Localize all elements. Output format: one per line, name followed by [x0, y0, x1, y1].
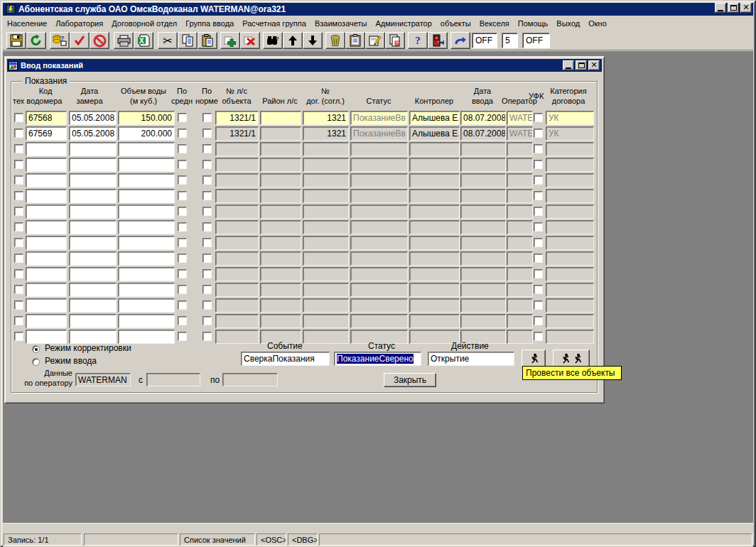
- row-5-cell-ls[interactable]: [215, 173, 259, 188]
- scroll-down-button[interactable]: [303, 32, 323, 49]
- row-1-cell-status[interactable]: ПоказаниеВв: [350, 111, 408, 125]
- event-field[interactable]: СверкаПоказания: [241, 352, 330, 366]
- row-10-cell-kod[interactable]: [26, 251, 67, 266]
- row-2-cell-kontroler[interactable]: Алышева Е.: [409, 126, 460, 141]
- row-10-cell-kontroler[interactable]: [409, 251, 460, 266]
- row-3-cell-rayon[interactable]: [260, 142, 301, 156]
- row-15-cell-ls[interactable]: [215, 330, 259, 344]
- row-8-checkbox-norme[interactable]: [202, 222, 212, 232]
- row-2-checkbox-sredn[interactable]: [178, 129, 187, 138]
- row-11-cell-ls[interactable]: [215, 267, 259, 281]
- row-15-cell-kategoria[interactable]: [546, 330, 594, 344]
- row-10-cell-obyem[interactable]: [118, 251, 175, 266]
- row-12-cell-operator[interactable]: [507, 283, 533, 297]
- row-14-cell-vvod[interactable]: [460, 314, 506, 328]
- row-8-checkbox-ufk[interactable]: [534, 222, 543, 232]
- row-8-checkbox-sredn[interactable]: [178, 222, 187, 232]
- row-11-cell-kategoria[interactable]: [546, 267, 594, 281]
- row-12-checkbox-sel[interactable]: [14, 285, 23, 294]
- row-3-cell-kategoria[interactable]: [546, 142, 594, 156]
- row-14-cell-rayon[interactable]: [260, 314, 301, 328]
- row-7-checkbox-sel[interactable]: [14, 207, 23, 216]
- row-7-checkbox-norme[interactable]: [202, 207, 212, 216]
- row-15-cell-zamer[interactable]: [69, 330, 117, 344]
- row-12-cell-obyem[interactable]: [118, 283, 175, 297]
- row-5-cell-vvod[interactable]: [460, 173, 506, 188]
- excel-export-button[interactable]: X: [134, 32, 153, 49]
- row-12-checkbox-sredn[interactable]: [178, 285, 187, 294]
- row-14-cell-ls[interactable]: [215, 314, 259, 328]
- row-4-cell-ls[interactable]: [215, 158, 259, 172]
- row-14-cell-zamer[interactable]: [69, 314, 117, 328]
- row-15-checkbox-sel[interactable]: [14, 332, 23, 341]
- row-3-checkbox-norme[interactable]: [202, 144, 212, 153]
- mode-input-radio[interactable]: [32, 358, 40, 366]
- trash-button[interactable]: [325, 32, 345, 49]
- menu-item-vzaimozachety[interactable]: Взаимозачеты: [310, 17, 372, 30]
- row-13-checkbox-norme[interactable]: [202, 300, 212, 310]
- row-10-cell-dog[interactable]: [303, 251, 349, 266]
- row-2-checkbox-norme[interactable]: [202, 129, 212, 138]
- row-15-checkbox-norme[interactable]: [202, 332, 212, 341]
- row-7-cell-dog[interactable]: [303, 205, 349, 219]
- row-8-cell-kategoria[interactable]: [546, 220, 594, 234]
- row-13-cell-rayon[interactable]: [260, 298, 301, 313]
- row-2-checkbox-sel[interactable]: [14, 129, 23, 138]
- row-7-checkbox-sredn[interactable]: [178, 207, 187, 216]
- row-3-checkbox-sredn[interactable]: [178, 144, 187, 153]
- row-9-checkbox-norme[interactable]: [202, 238, 212, 247]
- row-9-checkbox-sredn[interactable]: [178, 238, 187, 247]
- row-14-cell-dog[interactable]: [303, 314, 349, 328]
- row-2-cell-kod[interactable]: 67569: [26, 126, 67, 141]
- query-button[interactable]: ?: [50, 32, 70, 49]
- row-11-cell-kontroler[interactable]: [409, 267, 460, 281]
- row-8-cell-kontroler[interactable]: [409, 220, 460, 234]
- row-7-checkbox-ufk[interactable]: [534, 207, 543, 216]
- row-14-cell-kod[interactable]: [26, 314, 67, 328]
- row-7-cell-obyem[interactable]: [118, 205, 175, 219]
- row-11-checkbox-norme[interactable]: [202, 269, 212, 278]
- scroll-up-button[interactable]: [283, 32, 303, 49]
- row-1-checkbox-sel[interactable]: [14, 113, 23, 122]
- row-1-checkbox-norme[interactable]: [202, 113, 212, 122]
- row-5-cell-obyem[interactable]: [118, 173, 175, 188]
- row-3-cell-ls[interactable]: [215, 142, 259, 156]
- row-14-checkbox-sel[interactable]: [14, 316, 23, 325]
- row-10-cell-rayon[interactable]: [260, 251, 301, 266]
- row-2-cell-kategoria[interactable]: УК: [546, 126, 594, 141]
- row-4-cell-obyem[interactable]: [118, 158, 175, 172]
- row-3-cell-kontroler[interactable]: [409, 142, 460, 156]
- row-10-cell-vvod[interactable]: [460, 251, 506, 266]
- row-14-cell-operator[interactable]: [507, 314, 533, 328]
- row-4-cell-status[interactable]: [350, 158, 408, 172]
- row-9-cell-zamer[interactable]: [69, 236, 117, 250]
- run-all-button[interactable]: [553, 350, 590, 367]
- row-9-cell-kod[interactable]: [26, 236, 67, 250]
- row-13-cell-vvod[interactable]: [460, 298, 506, 313]
- row-4-cell-zamer[interactable]: [69, 158, 117, 172]
- row-9-checkbox-sel[interactable]: [14, 238, 23, 247]
- row-7-cell-kategoria[interactable]: [546, 205, 594, 219]
- row-14-cell-obyem[interactable]: [118, 314, 175, 328]
- row-10-cell-kategoria[interactable]: [546, 251, 594, 266]
- row-1-cell-kod[interactable]: 67568: [26, 111, 67, 125]
- row-12-cell-ls[interactable]: [215, 283, 259, 297]
- row-10-cell-operator[interactable]: [507, 251, 533, 266]
- row-9-cell-ls[interactable]: [215, 236, 259, 250]
- row-7-cell-kod[interactable]: [26, 205, 67, 219]
- row-4-cell-dog[interactable]: [303, 158, 349, 172]
- dialog-minimize-button[interactable]: [563, 60, 574, 70]
- maximize-button[interactable]: [728, 3, 739, 13]
- row-9-checkbox-ufk[interactable]: [534, 238, 543, 247]
- row-12-cell-kod[interactable]: [26, 283, 67, 297]
- row-10-cell-status[interactable]: [350, 251, 408, 266]
- row-1-cell-ls[interactable]: 1321/1: [215, 111, 259, 125]
- row-10-checkbox-sel[interactable]: [14, 254, 23, 263]
- menu-item-dogovornoy-otdel[interactable]: Договорной отдел: [107, 17, 181, 30]
- row-1-cell-kontroler[interactable]: Алышева Е.: [409, 111, 460, 125]
- clipboard-button[interactable]: [345, 32, 365, 49]
- row-13-cell-kategoria[interactable]: [546, 298, 594, 313]
- row-13-cell-ls[interactable]: [215, 298, 259, 313]
- row-3-cell-operator[interactable]: [507, 142, 533, 156]
- row-14-checkbox-norme[interactable]: [202, 316, 212, 325]
